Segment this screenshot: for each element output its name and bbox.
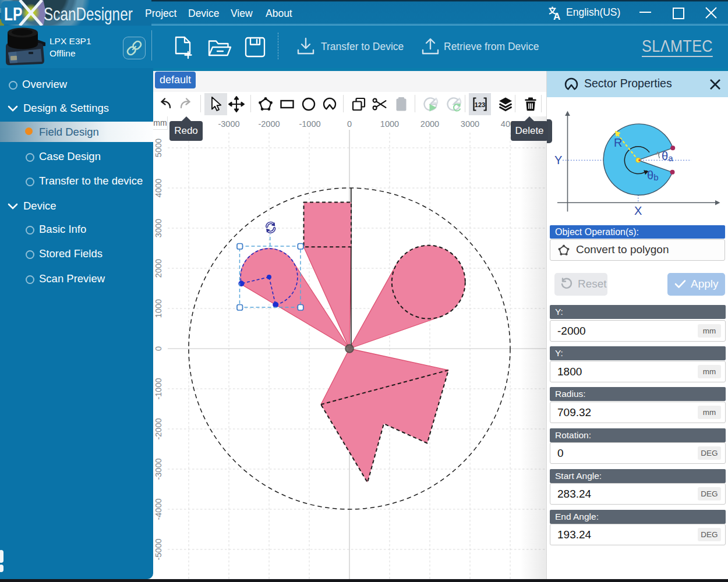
- svg-text:-2000: -2000: [154, 418, 163, 439]
- svg-text:0: 0: [154, 346, 163, 351]
- svg-text:A: A: [553, 11, 560, 20]
- svg-text:-1000: -1000: [154, 378, 163, 399]
- svg-text:-3000: -3000: [218, 119, 239, 129]
- svg-text:0: 0: [347, 119, 352, 129]
- svg-text:-1000: -1000: [299, 119, 320, 129]
- svg-text:5000: 5000: [154, 139, 163, 157]
- svg-text:-5000: -5000: [154, 538, 163, 560]
- svg-text:-2000: -2000: [258, 119, 280, 129]
- svg-text:123: 123: [475, 101, 485, 108]
- svg-text:R: R: [614, 136, 622, 149]
- svg-text:2000: 2000: [154, 259, 163, 278]
- svg-text:-3000: -3000: [154, 458, 163, 480]
- svg-text:θa: θa: [662, 150, 673, 163]
- svg-text:1000: 1000: [380, 119, 399, 129]
- svg-text:2000: 2000: [420, 119, 439, 129]
- svg-text:Y: Y: [554, 154, 562, 166]
- svg-text:-4000: -4000: [154, 498, 163, 520]
- svg-text:1000: 1000: [154, 299, 163, 318]
- svg-text:3000: 3000: [461, 119, 479, 129]
- svg-text:3000: 3000: [154, 219, 163, 237]
- svg-text:X: X: [634, 204, 642, 217]
- svg-text:4000: 4000: [154, 179, 163, 197]
